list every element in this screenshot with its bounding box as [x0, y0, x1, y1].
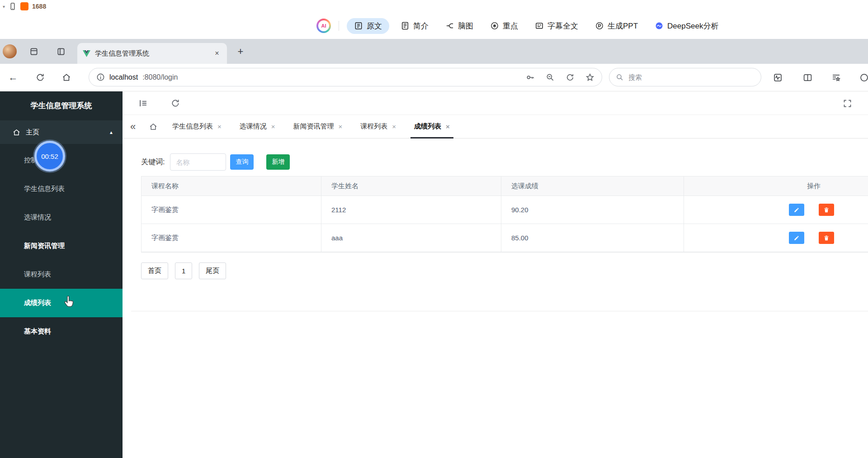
close-icon[interactable]: × — [339, 123, 343, 130]
ai-assistant-icon[interactable]: AI — [316, 19, 331, 33]
main-content: 关键词: 查询 新增 课程名称 学生姓名 选课成绩 操作 字画鉴赏 2112 9… — [123, 138, 868, 458]
toolbar-item-summary[interactable]: 简介 — [395, 18, 434, 34]
browser-tab-title: 学生信息管理系统 — [95, 49, 208, 58]
toolbar-item-label: 字幕全文 — [547, 21, 578, 31]
vertical-tabs-icon[interactable] — [55, 46, 67, 57]
sidebar-item-news[interactable]: 新闻资讯管理 — [0, 232, 123, 260]
sidebar-item-label: 成绩列表 — [24, 299, 51, 307]
cell-student: aaa — [321, 224, 501, 252]
workspaces-icon[interactable] — [28, 46, 40, 57]
favorites-icon[interactable] — [830, 71, 842, 84]
browser-tab[interactable]: 学生信息管理系统 × — [77, 43, 227, 64]
search-button[interactable]: 查询 — [230, 154, 254, 170]
refresh-page-icon[interactable] — [169, 97, 182, 110]
toolbar-item-deepseek[interactable]: DeepSeek分析 — [649, 18, 724, 34]
keypoints-icon — [490, 21, 499, 30]
header-actions: 操作 — [684, 177, 868, 196]
site-info-icon[interactable] — [96, 73, 105, 81]
tab-score-list[interactable]: 成绩列表× — [405, 115, 459, 138]
edit-button[interactable] — [789, 204, 804, 216]
deepseek-icon — [655, 21, 664, 30]
toolbar-item-ppt[interactable]: 生成PPT — [590, 18, 643, 34]
close-icon[interactable]: × — [271, 123, 275, 130]
recording-timer[interactable]: 00:52 — [34, 141, 65, 172]
tab-close-icon[interactable]: × — [212, 49, 222, 58]
tab-course-list[interactable]: 课程列表× — [351, 115, 405, 138]
favorite-star-icon[interactable] — [585, 73, 594, 82]
tab-label: 新闻资讯管理 — [293, 122, 334, 131]
new-tab-button[interactable]: + — [234, 45, 247, 58]
toolbar-item-label: 重点 — [503, 21, 518, 31]
toolbar-item-mindmap[interactable]: 脑图 — [440, 18, 479, 34]
pagination: 首页 1 尾页 — [141, 262, 226, 279]
toolbar-divider — [339, 21, 339, 31]
page-1-button[interactable]: 1 — [175, 262, 192, 279]
sidebar-item-profile[interactable]: 基本资料 — [0, 317, 123, 346]
original-doc-icon — [354, 21, 363, 30]
tab-news[interactable]: 新闻资讯管理× — [284, 115, 352, 138]
table-header-row: 课程名称 学生姓名 选课成绩 操作 — [142, 177, 868, 196]
url-refresh-icon[interactable] — [566, 73, 575, 82]
back-button[interactable]: ← — [6, 70, 20, 85]
alibaba-1688-icon[interactable] — [20, 2, 28, 10]
header-score: 选课成绩 — [501, 177, 684, 196]
copilot-icon[interactable] — [858, 71, 868, 84]
tab-student-list[interactable]: 学生信息列表× — [163, 115, 231, 138]
trash-icon — [823, 207, 830, 213]
sidebar-item-score-list[interactable]: 成绩列表 — [0, 289, 123, 317]
first-page-button[interactable]: 首页 — [141, 262, 168, 279]
toolbar-item-label: DeepSeek分析 — [667, 21, 718, 31]
tabs-scroll-left-icon[interactable]: « — [123, 115, 143, 138]
split-screen-icon[interactable] — [801, 71, 814, 84]
chevron-down-icon[interactable]: ▾ — [3, 4, 5, 9]
key-icon[interactable] — [526, 73, 535, 82]
sidebar-title: 学生信息管理系统 — [0, 91, 123, 120]
sidebar-item-label: 新闻资讯管理 — [24, 242, 65, 250]
keyword-input[interactable] — [170, 153, 226, 171]
toolbar-item-label: 生成PPT — [608, 21, 638, 31]
close-icon[interactable]: × — [392, 123, 396, 130]
delete-button[interactable] — [819, 204, 834, 216]
close-icon[interactable]: × — [446, 123, 450, 130]
collapse-sidebar-icon[interactable] — [137, 97, 150, 110]
sidebar-item-label: 选课情况 — [24, 213, 51, 222]
url-bar-icons — [526, 73, 594, 82]
sidebar-root-home[interactable]: 主页 ▲ — [0, 120, 123, 144]
search-input[interactable] — [628, 73, 755, 81]
sidebar-item-student-list[interactable]: 学生信息列表 — [0, 175, 123, 203]
toolbar-item-original[interactable]: 原文 — [347, 18, 389, 34]
filter-bar: 关键词: 查询 新增 — [141, 153, 290, 171]
url-bar[interactable]: localhost:8080/login — [89, 68, 602, 86]
cell-score: 85.00 — [501, 224, 684, 252]
last-page-button[interactable]: 尾页 — [199, 262, 226, 279]
home-button[interactable] — [59, 70, 74, 85]
home-tab[interactable] — [143, 115, 163, 138]
browser-address-row: ← localhost:8080/login — [0, 64, 868, 91]
browser-essentials-icon[interactable] — [771, 71, 784, 84]
pencil-icon — [793, 207, 800, 213]
tab-course-selection[interactable]: 选课情况× — [231, 115, 284, 138]
close-icon[interactable]: × — [217, 123, 222, 130]
recording-time: 00:52 — [41, 153, 58, 160]
content-divider — [131, 311, 868, 311]
phone-icon[interactable] — [9, 2, 17, 11]
cell-course: 字画鉴赏 — [142, 224, 321, 252]
sidebar-item-course-list[interactable]: 课程列表 — [0, 260, 123, 289]
zoom-out-icon[interactable] — [546, 73, 555, 82]
mini-bar-label: 1688 — [32, 3, 46, 10]
sidebar-item-course-selection[interactable]: 选课情况 — [0, 203, 123, 232]
tab-label: 选课情况 — [240, 122, 267, 131]
overlay-toolbar-band: ▾ 1688 AI 原文 简介 脑图 重点 — [0, 0, 868, 39]
edit-button[interactable] — [789, 232, 804, 244]
refresh-button[interactable] — [33, 70, 47, 85]
trash-icon — [823, 235, 830, 241]
profile-avatar[interactable] — [3, 44, 17, 58]
toolbar-item-subtitles[interactable]: 字幕全文 — [529, 18, 584, 34]
toolbar-item-keypoints[interactable]: 重点 — [485, 18, 524, 34]
summary-icon — [401, 21, 410, 30]
browser-search-box[interactable] — [609, 68, 761, 86]
fullscreen-icon[interactable] — [841, 97, 854, 110]
tab-label: 成绩列表 — [414, 122, 441, 131]
add-button[interactable]: 新增 — [266, 154, 290, 170]
delete-button[interactable] — [819, 232, 834, 244]
